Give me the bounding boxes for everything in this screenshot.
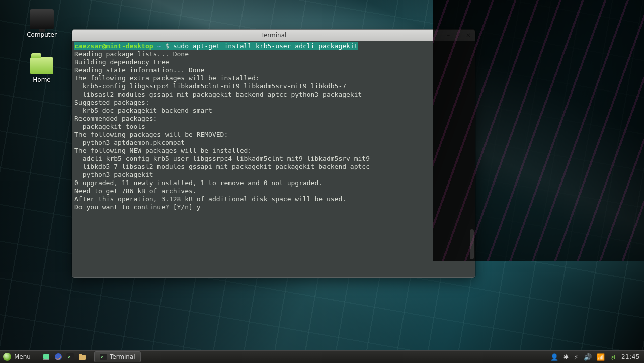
desktop-icon-computer[interactable]: Computer [19,9,64,38]
monitor-icon [30,9,54,29]
svg-rect-6 [79,354,82,356]
system-tray: 👤 ✱ ⚡ 🔊 📶 ⛨ 21:45 [546,353,644,361]
folder-home-icon [30,57,53,74]
separator [91,353,91,361]
svg-text:>_: >_ [68,354,73,359]
prompt-command: sudo apt-get install krb5-user adcli pac… [173,42,358,50]
firefox-icon [54,353,62,361]
files-icon [78,353,86,360]
mint-logo-icon [3,353,11,361]
show-desktop-button[interactable] [41,352,51,362]
scrollbar-thumb[interactable] [470,229,474,259]
window-titlebar[interactable]: Terminal – + × [72,30,475,41]
desktop-icon-label: Home [19,76,64,83]
volume-icon[interactable]: 🔊 [584,353,592,361]
terminal-icon: >_ [100,354,107,360]
desktop[interactable]: Computer Home Terminal – + × caezsar@min… [0,0,644,351]
shield-icon[interactable]: ⛨ [610,353,616,361]
window-minimize-button[interactable]: – [444,31,453,39]
show-desktop-icon [43,353,50,360]
files-launcher[interactable] [77,352,88,362]
terminal-prompt-line: caezsar@mint-desktop ~ $ sudo apt-get in… [74,42,358,50]
svg-rect-0 [43,354,49,359]
svg-rect-1 [43,359,49,360]
taskbar-entry-terminal[interactable]: >_ Terminal [94,351,141,362]
desktop-icon-home[interactable]: Home [19,54,64,83]
firefox-launcher[interactable] [53,352,63,362]
menu-label: Menu [14,353,31,360]
taskbar-entry-label: Terminal [110,353,135,360]
separator [38,353,38,361]
terminal-launcher[interactable]: >_ [65,352,75,362]
svg-text:>_: >_ [101,355,106,359]
bluetooth-icon[interactable]: ✱ [564,353,569,361]
terminal-icon: >_ [66,353,74,360]
taskbar: Menu >_ >_ Terminal 👤 ✱ ⚡ 🔊 📶 ⛨ 21:45 [0,350,644,363]
terminal-content[interactable]: caezsar@mint-desktop ~ $ sudo apt-get in… [72,41,475,278]
prompt-userhost: caezsar@mint-desktop [74,42,153,50]
network-icon[interactable]: 📶 [597,353,605,361]
menu-button[interactable]: Menu [0,351,36,363]
terminal-window[interactable]: Terminal – + × caezsar@mint-desktop ~ $ … [72,29,475,278]
battery-icon[interactable]: ⚡ [574,353,579,361]
desktop-icon-label: Computer [19,31,64,38]
clock[interactable]: 21:45 [621,353,640,360]
window-maximize-button[interactable]: + [454,31,463,39]
window-close-button[interactable]: × [464,31,473,39]
terminal-output: Reading package lists... Done Building d… [74,50,370,211]
window-title: Terminal [261,32,287,39]
user-icon[interactable]: 👤 [550,353,558,361]
